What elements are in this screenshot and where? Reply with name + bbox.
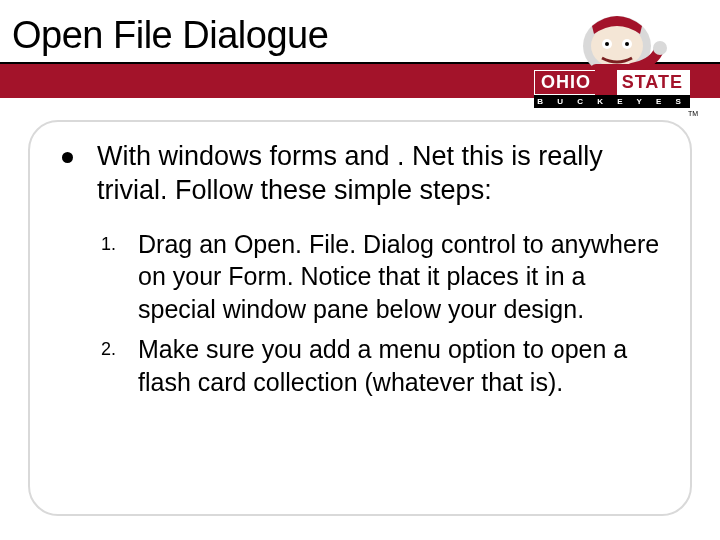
svg-point-7 xyxy=(653,41,667,55)
step-number: 2. xyxy=(98,333,116,398)
step-item: 2. Make sure you add a menu option to op… xyxy=(56,333,664,398)
slide: Open File Dialogue OHIO STATE B U C K E … xyxy=(0,0,720,540)
step-text: Drag an Open. File. Dialog control to an… xyxy=(138,228,664,326)
page-title: Open File Dialogue xyxy=(12,14,328,57)
step-item: 1. Drag an Open. File. Dialog control to… xyxy=(56,228,664,326)
intro-text: With windows forms and . Net this is rea… xyxy=(97,140,664,208)
svg-point-3 xyxy=(605,42,609,46)
trademark: TM xyxy=(688,110,698,117)
content-card: With windows forms and . Net this is rea… xyxy=(28,120,692,516)
svg-point-5 xyxy=(625,42,629,46)
step-text: Make sure you add a menu option to open … xyxy=(138,333,664,398)
bullet-dot-icon xyxy=(62,152,73,163)
logo-sub: B U C K E Y E S xyxy=(534,95,690,108)
logo: OHIO STATE B U C K E Y E S TM xyxy=(534,70,690,108)
bullet-item: With windows forms and . Net this is rea… xyxy=(56,140,664,208)
logo-main: OHIO STATE xyxy=(534,70,690,95)
logo-ohio: OHIO xyxy=(534,70,595,95)
logo-state: STATE xyxy=(617,70,690,95)
step-number: 1. xyxy=(98,228,116,326)
